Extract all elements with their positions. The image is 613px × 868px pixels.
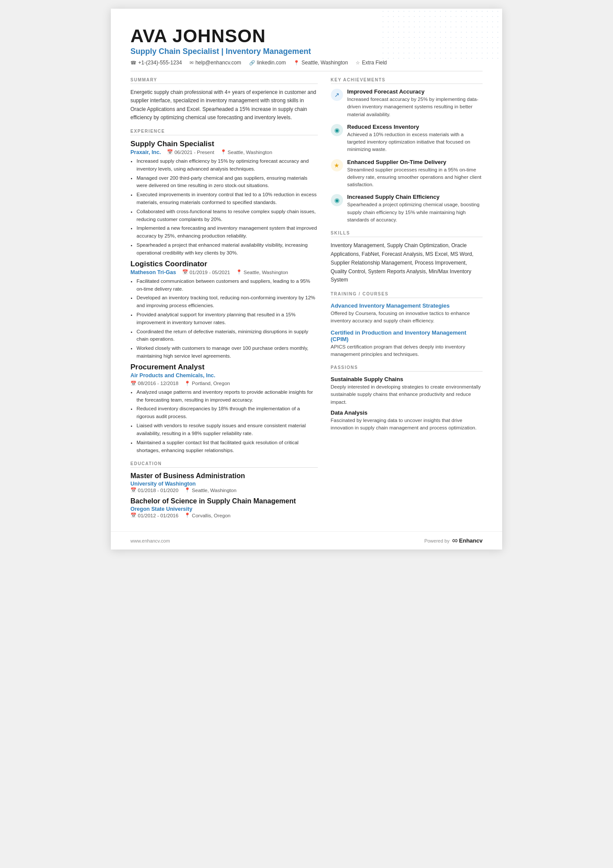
job-bullet: Analyzed usage patterns and inventory re…	[137, 389, 318, 404]
contact-item: ☎+1-(234)-555-1234	[130, 60, 182, 66]
achievements-container: ↗ Improved Forecast Accuracy Increased f…	[331, 88, 483, 224]
resume-footer: www.enhancv.com Powered by ∞ Enhancv	[111, 531, 502, 550]
job-title: Logistics Coordinator	[130, 260, 318, 268]
job-meta: Praxair, Inc. 📅 06/2021 - Present 📍 Seat…	[130, 149, 318, 155]
job-bullet: Liaised with vendors to resolve supply i…	[137, 422, 318, 438]
achievement-desc: Spearheaded a project optimizing chemica…	[347, 201, 483, 224]
calendar-icon: 📅	[130, 487, 137, 493]
footer-url: www.enhancv.com	[130, 538, 170, 543]
achievement-title: Improved Forecast Accuracy	[347, 88, 483, 95]
passion-desc: Deeply interested in developing strategi…	[331, 383, 483, 406]
job-bullet: Implemented a new forecasting and invent…	[137, 225, 318, 240]
training-item: Advanced Inventory Management Strategies…	[331, 302, 483, 325]
contact-text: +1-(234)-555-1234	[138, 60, 182, 66]
job-dates-location: 📅 08/2016 - 12/2018 📍 Portland, Oregon	[130, 381, 318, 386]
achievement-icon-symbol: ◉	[334, 127, 340, 134]
logo-icon: ∞	[452, 536, 458, 545]
achievement-item: ◉ Increased Supply Chain Efficiency Spea…	[331, 194, 483, 224]
achievement-icon-symbol: ↗	[334, 91, 340, 98]
job-bullet: Managed over 200 third-party chemical an…	[137, 174, 318, 190]
job-location: Seattle, Washington	[243, 270, 288, 275]
job-title: Supply Chain Specialist	[130, 140, 318, 148]
job-bullet: Collaborated with cross-functional teams…	[137, 208, 318, 224]
achievement-icon: ◉	[331, 124, 343, 136]
location-icon: 📍	[184, 381, 190, 386]
left-column: SUMMARY Energetic supply chain professio…	[130, 77, 318, 518]
training-container: Advanced Inventory Management Strategies…	[331, 302, 483, 358]
passions-container: Sustainable Supply Chains Deeply interes…	[331, 376, 483, 432]
achievement-desc: Streamlined supplier processes resulting…	[347, 166, 483, 189]
edu-location: 📍 Corvallis, Oregon	[184, 513, 230, 518]
job-bullet: Coordinated the return of defective mate…	[137, 328, 318, 344]
training-title: Advanced Inventory Management Strategies	[331, 302, 483, 309]
education-title: EDUCATION	[130, 461, 318, 468]
job-dates: 06/2021 - Present	[174, 150, 214, 155]
job-entry: Logistics Coordinator Matheson Tri-Gas 📅…	[130, 260, 318, 360]
job-bullet: Provided analytical support for inventor…	[137, 311, 318, 327]
contact-icon: ☆	[356, 60, 360, 66]
achievement-icon: ★	[331, 159, 343, 171]
right-column: KEY ACHIEVEMENTS ↗ Improved Forecast Acc…	[331, 77, 483, 518]
training-title: Certified in Production and Inventory Ma…	[331, 329, 483, 342]
calendar-icon: 📅	[167, 149, 173, 155]
edu-school: Oregon State University	[130, 506, 318, 512]
passion-desc: Fascinated by leveraging data to uncover…	[331, 417, 483, 432]
job-bullet: Increased supply chain efficiency by 15%…	[137, 158, 318, 173]
contact-icon: 📍	[293, 60, 300, 66]
contact-text: linkedin.com	[257, 60, 286, 66]
candidate-name: AVA JOHNSON	[130, 26, 483, 46]
contact-bar: ☎+1-(234)-555-1234✉help@enhancv.com🔗link…	[130, 60, 483, 71]
job-entry: Procurement Analyst Air Products and Che…	[130, 363, 318, 455]
contact-icon: 🔗	[249, 60, 255, 66]
job-bullet: Reduced inventory discrepancies by 18% t…	[137, 405, 318, 421]
job-bullet: Executed improvements in inventory contr…	[137, 191, 318, 207]
edu-degree: Master of Business Administration	[130, 472, 318, 480]
achievement-item: ★ Enhanced Supplier On-Time Delivery Str…	[331, 159, 483, 189]
contact-item: 🔗linkedin.com	[249, 60, 286, 66]
job-location: Portland, Oregon	[192, 381, 230, 386]
passion-item: Data Analysis Fascinated by leveraging d…	[331, 409, 483, 432]
achievement-item: ↗ Improved Forecast Accuracy Increased f…	[331, 88, 483, 118]
passions-title: PASSIONS	[331, 365, 483, 372]
achievement-icon: ↗	[331, 89, 343, 101]
job-location-meta: 📍 Portland, Oregon	[184, 381, 230, 386]
job-bullets: Increased supply chain efficiency by 15%…	[130, 158, 318, 257]
job-title: Procurement Analyst	[130, 363, 318, 372]
job-location-meta: 📍 Seattle, Washington	[236, 269, 288, 275]
company-name: Praxair, Inc.	[130, 149, 161, 155]
contact-icon: ✉	[190, 60, 193, 66]
education-entry: Master of Business Administration Univer…	[130, 472, 318, 493]
achievement-content: Reduced Excess Inventory Achieved a 10% …	[347, 124, 483, 154]
location-icon: 📍	[220, 149, 227, 155]
training-title: TRAINING / COURSES	[331, 292, 483, 298]
achievement-title: Increased Supply Chain Efficiency	[347, 194, 483, 200]
contact-text: Seattle, Washington	[301, 60, 348, 66]
passion-item: Sustainable Supply Chains Deeply interes…	[331, 376, 483, 406]
calendar-icon: 📅	[182, 269, 188, 275]
job-bullets: Facilitated communication between custom…	[130, 278, 318, 360]
footer-powered: Powered by ∞ Enhancv	[424, 536, 483, 545]
education-entry: Bachelor of Science in Supply Chain Mana…	[130, 497, 318, 518]
contact-text: Extra Field	[362, 60, 386, 66]
edu-school: University of Washington	[130, 481, 318, 487]
calendar-icon: 📅	[130, 513, 137, 518]
edu-dates: 📅 01/2012 - 01/2016	[130, 513, 178, 518]
education-container: Master of Business Administration Univer…	[130, 472, 318, 518]
passion-title: Data Analysis	[331, 409, 483, 416]
job-bullets: Analyzed usage patterns and inventory re…	[130, 389, 318, 455]
achievement-icon-symbol: ★	[334, 162, 340, 169]
achievement-content: Improved Forecast Accuracy Increased for…	[347, 88, 483, 118]
job-dates: 01/2019 - 05/2021	[190, 270, 230, 275]
location-icon: 📍	[184, 487, 190, 493]
edu-degree: Bachelor of Science in Supply Chain Mana…	[130, 497, 318, 505]
passion-title: Sustainable Supply Chains	[331, 376, 483, 382]
training-desc: Offered by Coursera, focusing on innovat…	[331, 310, 483, 325]
achievement-title: Reduced Excess Inventory	[347, 124, 483, 130]
achievement-icon-symbol: ◉	[334, 197, 340, 204]
job-meta: Matheson Tri-Gas 📅 01/2019 - 05/2021 📍 S…	[130, 269, 318, 275]
summary-title: SUMMARY	[130, 77, 318, 84]
job-entry: Supply Chain Specialist Praxair, Inc. 📅 …	[130, 140, 318, 257]
edu-meta: 📅 01/2018 - 01/2020 📍 Seattle, Washingto…	[130, 487, 318, 493]
achievement-icon: ◉	[331, 194, 343, 206]
achievement-content: Enhanced Supplier On-Time Delivery Strea…	[347, 159, 483, 189]
